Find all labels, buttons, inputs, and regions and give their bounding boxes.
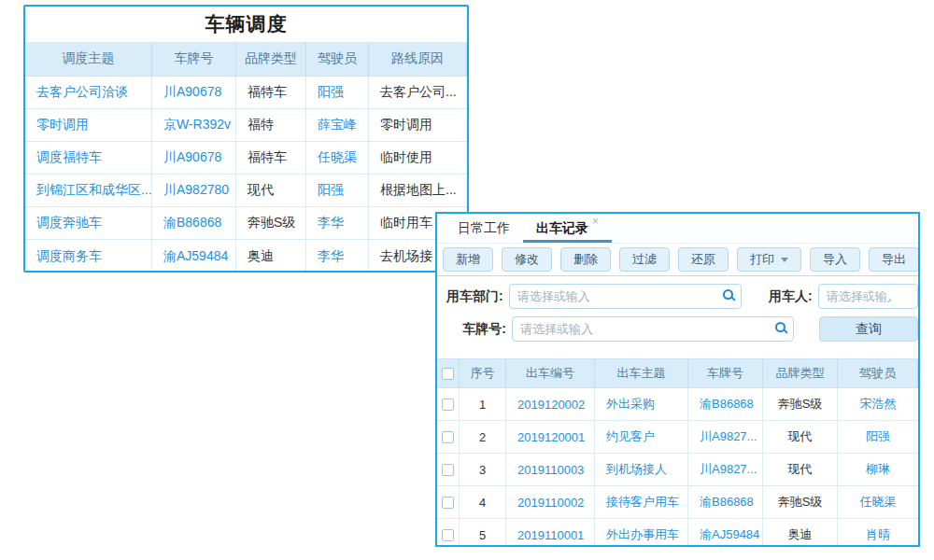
table-cell: 临时使用 [369,142,467,175]
cell-link[interactable]: 到机场接人 [595,454,688,486]
cell-link[interactable]: 渝B86868 [152,207,236,240]
panel-title: 车辆调度 [25,7,467,42]
cell-link[interactable]: 柳琳 [838,454,918,486]
tab-label: 出车记录 [536,220,588,237]
table-header-row: 序号出车编号出车主题车牌号品牌类型驾驶员 [437,358,918,388]
tab-trip-records[interactable]: 出车记录 × [523,214,612,243]
query-button[interactable]: 查询 [819,316,918,342]
cell-link[interactable]: 京W-R392v [152,109,236,142]
user-input[interactable] [818,284,918,309]
cell-link[interactable]: 任晓渠 [306,142,369,175]
cell-link[interactable]: 渝AJ59484 [688,519,763,547]
cell-link[interactable]: 零时调用 [25,109,152,142]
cell-link[interactable]: 2019110003 [506,454,595,486]
cell-link[interactable]: 川A90678 [152,77,236,109]
column-header: 出车编号 [506,359,595,388]
cell-link[interactable]: 川A9827... [688,421,763,454]
cell-link[interactable]: 薛宝峰 [306,109,369,142]
table-row[interactable]: 零时调用京W-R392v福特薛宝峰零时调用 [25,109,467,142]
table-row[interactable]: 去客户公司洽谈川A90678福特车阳强去客户公司... [25,77,467,109]
cell-link[interactable]: 渝B86868 [688,486,763,519]
row-checkbox[interactable] [442,464,454,476]
delete-button[interactable]: 删除 [560,247,611,272]
table-row[interactable]: 12019120002外出采购渝B86868奔驰S级宋浩然 [437,388,918,421]
table-cell: 现代 [236,175,306,207]
cell-link[interactable]: 接待客户用车 [595,486,688,519]
column-header: 车牌号 [152,42,236,77]
cell-link[interactable]: 阳强 [306,175,369,207]
cell-link[interactable]: 调度商务车 [25,240,152,273]
cell-link[interactable]: 川A90678 [152,142,236,175]
cell-link[interactable]: 去客户公司洽谈 [25,77,152,109]
table-row[interactable]: 调度福特车川A90678福特车任晓渠临时使用 [25,142,467,175]
user-input-wrap [818,284,918,309]
column-header: 品牌类型 [763,359,838,388]
print-button[interactable]: 打印 [737,247,801,272]
table-row[interactable]: 调度奔驰车渝B86868奔驰S级李华临时用车 [25,207,467,240]
plate-input[interactable] [512,316,794,342]
cell-link[interactable]: 2019110001 [506,519,595,547]
table-cell: 奔驰S级 [763,486,838,519]
table-cell: 奔驰S级 [236,207,306,240]
close-icon[interactable]: × [592,214,599,229]
cell-link[interactable]: 渝AJ59484 [152,240,236,273]
search-icon[interactable] [775,322,785,332]
cell-link[interactable]: 约见客户 [595,421,688,454]
cell-link[interactable]: 渝B86868 [688,388,763,421]
cell-link[interactable]: 任晓渠 [838,486,918,519]
cell-link[interactable]: 阳强 [306,77,369,109]
row-checkbox[interactable] [442,497,454,509]
row-checkbox[interactable] [442,399,454,411]
desktop: 车辆调度 调度主题车牌号品牌类型驾驶员路线原因去客户公司洽谈川A90678福特车… [0,0,934,560]
column-header: 品牌类型 [236,42,306,77]
table-cell: 1 [460,388,506,421]
export-button[interactable]: 导出 [869,247,919,272]
plate-input-wrap [512,316,794,342]
table-cell: 去客户公司... [369,77,467,109]
table-row[interactable]: 调度商务车渝AJ59484奥迪李华去机场接 [25,240,467,273]
cell-link[interactable]: 2019120001 [506,421,595,454]
column-header: 车牌号 [688,359,763,388]
cell-link[interactable]: 川A982780 [152,175,236,207]
cell-link[interactable]: 到锦江区和成华区... [25,175,152,207]
table-row[interactable]: 32019110003到机场接人川A9827...现代柳琳 [437,454,918,486]
cell-link[interactable]: 李华 [306,240,369,273]
select-all-checkbox[interactable] [442,368,454,380]
vehicle-dispatch-panel: 车辆调度 调度主题车牌号品牌类型驾驶员路线原因去客户公司洽谈川A90678福特车… [23,5,469,273]
table-row[interactable]: 52019110001外出办事用车渝AJ59484奥迪肖晴 [437,519,918,547]
tab-daily-work[interactable]: 日常工作 [445,214,523,243]
cell-link[interactable]: 外出采购 [595,388,688,421]
table-cell: 奥迪 [763,519,838,547]
cell-link[interactable]: 肖晴 [838,519,918,547]
cell-link[interactable]: 外出办事用车 [595,519,688,547]
import-button[interactable]: 导入 [810,247,860,272]
cell-link[interactable]: 李华 [306,207,369,240]
table-cell: 奥迪 [236,240,306,273]
dept-input[interactable] [509,284,742,309]
table-row[interactable]: 42019110002接待客户用车渝B86868奔驰S级任晓渠 [437,486,918,519]
table-cell: 5 [460,519,506,547]
row-checkbox[interactable] [442,529,454,541]
table-cell: 4 [460,486,506,519]
cell-link[interactable]: 2019110002 [506,486,595,519]
edit-button[interactable]: 修改 [502,247,552,272]
column-header: 路线原因 [369,42,467,77]
table-row[interactable]: 到锦江区和成华区...川A982780现代阳强根据地图上... [25,175,467,207]
row-checkbox[interactable] [442,431,454,443]
table-cell: 福特车 [236,142,306,175]
cell-link[interactable]: 调度福特车 [25,142,152,175]
cell-link[interactable]: 川A9827... [688,454,763,486]
cell-link[interactable]: 2019120002 [506,388,595,421]
print-button-label: 打印 [750,251,774,268]
search-icon[interactable] [723,289,733,300]
cell-link[interactable]: 调度奔驰车 [25,207,152,240]
cell-link[interactable]: 宋浩然 [838,388,918,421]
cell-link[interactable]: 阳强 [838,421,918,454]
table-cell: 福特 [236,109,306,142]
restore-button[interactable]: 还原 [678,247,729,272]
checkbox-cell [437,454,460,486]
table-row[interactable]: 22019120001约见客户川A9827...现代阳强 [437,421,918,454]
table-cell: 零时调用 [369,109,467,142]
add-button[interactable]: 新增 [443,247,493,272]
filter-button[interactable]: 过滤 [619,247,670,272]
